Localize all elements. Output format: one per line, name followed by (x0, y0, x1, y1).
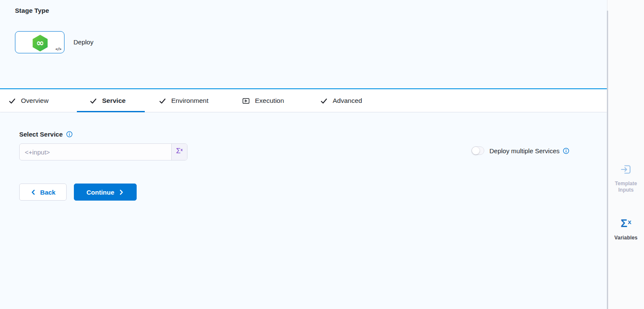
cd-stage-hexagon-icon: ∞ (32, 35, 48, 52)
deploy-multiple-services-toggle[interactable] (471, 146, 484, 155)
toggle-knob (472, 147, 480, 154)
stage-tabbar: Overview Service Environment Execution (0, 89, 607, 112)
template-inputs-label: Template Inputs (611, 181, 641, 193)
yaml-code-icon: </> (56, 47, 61, 51)
check-icon (159, 97, 166, 105)
deploy-stage-card[interactable]: ∞ </> (15, 31, 64, 53)
chevron-right-icon (118, 189, 124, 195)
check-icon (320, 97, 328, 105)
variables-button[interactable]: Σ x Variables (608, 217, 644, 241)
tab-service-label: Service (102, 97, 126, 105)
tab-execution-label: Execution (255, 97, 284, 105)
tab-service[interactable]: Service (90, 89, 126, 112)
execution-icon (242, 97, 250, 105)
pipeline-stage-panel: Stage Type ∞ </> Deploy (0, 0, 607, 309)
select-service-input[interactable] (20, 144, 171, 160)
tab-advanced-label: Advanced (333, 97, 362, 105)
continue-button[interactable]: Continue (74, 184, 137, 201)
variables-label: Variables (611, 235, 641, 241)
back-button-label: Back (40, 189, 56, 196)
deploy-multiple-services-row: Deploy multiple Services (471, 146, 569, 155)
continue-button-label: Continue (87, 189, 114, 196)
check-icon (9, 97, 16, 105)
sigma-sup-glyph: x (181, 148, 183, 152)
template-inputs-icon (620, 163, 632, 175)
select-service-input-group: Σ x (19, 143, 187, 160)
sigma-glyph: Σ (176, 147, 181, 154)
stage-type-section: Stage Type ∞ </> Deploy (0, 0, 607, 88)
tab-advanced[interactable]: Advanced (320, 89, 362, 112)
select-service-label-row: Select Service (19, 131, 73, 138)
tab-environment[interactable]: Environment (159, 89, 208, 112)
back-button[interactable]: Back (19, 184, 67, 201)
right-rail: Template Inputs Σ x Variables (608, 0, 644, 309)
check-icon (90, 97, 97, 105)
chevron-left-icon (30, 189, 36, 195)
stage-name: Deploy (73, 38, 94, 46)
tab-execution[interactable]: Execution (242, 89, 284, 112)
tab-environment-label: Environment (171, 97, 208, 105)
svg-text:∞: ∞ (36, 38, 44, 48)
tab-overview[interactable]: Overview (9, 89, 49, 112)
variables-sigma-icon: Σ x (621, 217, 631, 230)
template-inputs-button[interactable]: Template Inputs (608, 163, 644, 193)
info-icon[interactable] (66, 131, 73, 137)
select-service-label: Select Service (19, 131, 63, 138)
tab-overview-label: Overview (21, 97, 49, 105)
stage-type-label: Stage Type (15, 7, 49, 14)
service-tab-content (0, 113, 607, 309)
active-tab-underline (77, 111, 145, 112)
runtime-input-sigma-button[interactable]: Σ x (171, 144, 187, 160)
info-icon[interactable] (563, 148, 569, 154)
deploy-multiple-services-label: Deploy multiple Services (489, 147, 559, 154)
